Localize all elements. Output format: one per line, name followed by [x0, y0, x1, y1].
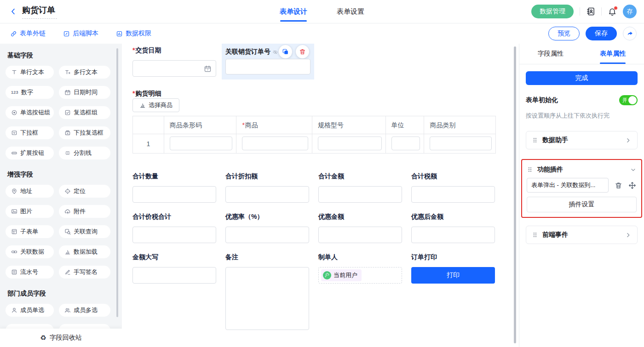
print-button[interactable]: 打印: [411, 267, 495, 284]
palette-field-radio-group[interactable]: 单选按钮组: [6, 106, 54, 119]
data-manage-button[interactable]: 数据管理: [531, 5, 574, 18]
palette-field-label: 成员单选: [20, 306, 44, 314]
field-input[interactable]: [318, 186, 402, 203]
data-assistant-card[interactable]: 数据助手: [526, 131, 638, 149]
summary-field[interactable]: 优惠金额: [318, 213, 402, 243]
dd-icon: [11, 130, 17, 136]
palette-field-divider[interactable]: 分割线: [59, 147, 110, 159]
date-input[interactable]: [132, 60, 216, 77]
field-input[interactable]: [132, 186, 216, 203]
palette-field-related-data[interactable]: 关联数据: [6, 245, 54, 258]
palette-field-attachment[interactable]: 附件: [59, 205, 110, 218]
palette-field-address[interactable]: 地址: [6, 185, 54, 198]
palette-field-signature[interactable]: 手写签名: [59, 266, 110, 279]
required-mark: *: [132, 46, 135, 54]
palette-field-multi-select[interactable]: 下拉复选框: [59, 126, 110, 139]
palette-field-related-query[interactable]: 关联查询: [59, 225, 110, 238]
tab-form-design[interactable]: 表单设计: [280, 0, 307, 23]
preview-button[interactable]: 预览: [548, 27, 580, 40]
textarea-input[interactable]: [225, 267, 309, 330]
summary-field[interactable]: 优惠后金额: [411, 213, 495, 243]
field-input[interactable]: [132, 227, 216, 243]
field-remark[interactable]: 备注: [225, 253, 309, 330]
summary-field[interactable]: 合计税额: [411, 172, 495, 203]
palette-scrollbar[interactable]: [116, 48, 118, 317]
share-button[interactable]: [623, 27, 637, 40]
palette-field-multi-line-text[interactable]: 多行文本: [59, 66, 110, 79]
copy-field-button[interactable]: [279, 45, 292, 58]
table-cell-input[interactable]: [318, 137, 382, 150]
contacts-icon[interactable]: [586, 7, 595, 16]
palette-field-extend-button[interactable]: 扩展按钮: [6, 147, 54, 159]
save-button[interactable]: 保存: [586, 27, 617, 40]
field-input[interactable]: [411, 227, 495, 243]
field-recycle-bin[interactable]: ♻ 字段回收站: [0, 329, 122, 347]
palette-field-select[interactable]: 下拉框: [6, 126, 54, 139]
form-init-toggle[interactable]: 开: [619, 95, 638, 105]
form-init-label: 表单初始化: [526, 96, 558, 104]
field-creator[interactable]: 制单人 户 当前用户: [318, 253, 402, 330]
palette-field-datetime[interactable]: 日期时间: [59, 86, 110, 99]
function-plugin-card[interactable]: 功能插件: [527, 162, 637, 177]
palette-field-label: 下拉复选框: [74, 129, 104, 137]
related-order-input[interactable]: [225, 59, 310, 74]
palette-section-title: 部门成员字段: [7, 290, 115, 298]
field-delivery-date[interactable]: *交货日期: [132, 46, 216, 77]
backend-script-link[interactable]: 后端脚本: [63, 29, 98, 38]
query-icon: [64, 228, 71, 235]
complete-button[interactable]: 完成: [526, 71, 638, 85]
drag-handle-icon[interactable]: [532, 232, 538, 238]
palette-field-serial-number[interactable]: 流水号: [6, 266, 54, 279]
palette-field-member-single[interactable]: 成员单选: [6, 304, 54, 317]
current-user-tag[interactable]: 户 当前用户: [321, 269, 362, 281]
table-cell-input[interactable]: [391, 137, 420, 150]
frontend-event-card[interactable]: 前端事件: [526, 226, 638, 244]
table-cell-input[interactable]: [242, 137, 308, 150]
tab-form-settings[interactable]: 表单设置: [337, 0, 364, 23]
field-input[interactable]: [225, 186, 309, 203]
drag-handle-icon[interactable]: [532, 137, 538, 143]
field-input[interactable]: [318, 227, 402, 243]
palette-field-subform[interactable]: 子表单: [6, 225, 54, 238]
user-avatar[interactable]: 存: [623, 5, 637, 18]
ext-icon: [11, 150, 17, 156]
table-header-cell: *商品: [236, 116, 312, 134]
field-related-sales-order-selected[interactable]: 关联销货订单号: [222, 44, 314, 80]
summary-field[interactable]: 合计价税合计: [132, 213, 216, 243]
form-external-link[interactable]: 表单外链: [10, 29, 46, 38]
palette-field-label: 数字: [21, 88, 33, 97]
table-cell-input[interactable]: [430, 137, 492, 150]
palette-field-member-multi[interactable]: 成员多选: [59, 304, 110, 317]
tab-form-properties[interactable]: 表单属性: [582, 44, 644, 64]
drag-handle-icon[interactable]: [527, 166, 533, 173]
tab-field-properties[interactable]: 字段属性: [519, 44, 582, 64]
delete-field-button[interactable]: [296, 45, 309, 58]
palette-field-location[interactable]: 定位: [59, 185, 110, 198]
field-order-print[interactable]: 订单打印 打印: [411, 253, 495, 330]
plugin-move-icon[interactable]: [628, 182, 636, 189]
summary-field[interactable]: 合计折扣额: [225, 172, 309, 203]
member-input[interactable]: 户 当前用户: [318, 267, 402, 284]
summary-field[interactable]: 优惠率（%）: [225, 213, 309, 243]
field-input[interactable]: [411, 186, 495, 203]
plugin-delete-icon[interactable]: [615, 182, 622, 189]
back-button[interactable]: [9, 7, 17, 16]
palette-field-image[interactable]: 图片: [6, 205, 54, 218]
palette-field-number[interactable]: 123数字: [6, 86, 54, 99]
summary-field[interactable]: 合计金额: [318, 172, 402, 203]
table-cell-input[interactable]: [170, 137, 233, 150]
text-input[interactable]: [132, 267, 216, 284]
palette-field-single-line-text[interactable]: 单行文本: [6, 66, 54, 79]
summary-field[interactable]: 合计数量: [132, 172, 216, 203]
select-goods-button[interactable]: 选择商品: [132, 98, 179, 112]
plugin-select-input[interactable]: 表单弹出 - 关联数据到...: [527, 178, 609, 193]
data-permission-link[interactable]: 数据权限: [116, 29, 151, 38]
plugin-settings-button[interactable]: 插件设置: [527, 197, 637, 212]
field-input[interactable]: [225, 227, 309, 243]
field-amount-in-words[interactable]: 金额大写: [132, 253, 216, 330]
notification-bell-icon[interactable]: [608, 7, 617, 16]
canvas-scrollbar[interactable]: [514, 46, 516, 343]
table-cell: [424, 134, 495, 153]
palette-field-checkbox-group[interactable]: 复选框组: [59, 106, 110, 119]
palette-field-data-load[interactable]: 数据加载: [59, 245, 110, 258]
